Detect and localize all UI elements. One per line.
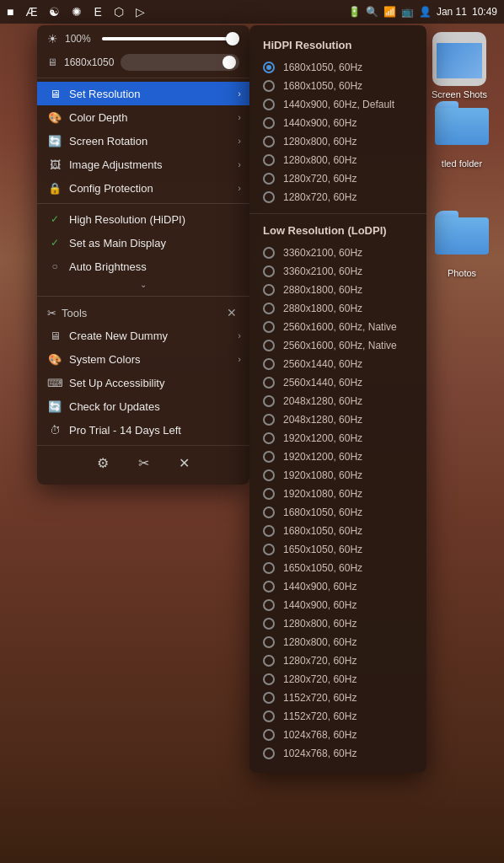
- lodpi-option-25[interactable]: 1152x720, 60Hz: [249, 707, 426, 726]
- lodpi-option-label-3: 2880x1800, 60Hz: [283, 303, 362, 314]
- menu-item-high-resolution[interactable]: ✓ High Resolution (HiDPI): [37, 207, 249, 231]
- titled-folder-label: tled folder: [442, 158, 482, 169]
- lodpi-option-label-18: 1440x900, 60Hz: [283, 581, 357, 592]
- asterisk-icon[interactable]: ✺: [72, 5, 82, 19]
- hidpi-option-3[interactable]: 1440x900, 60Hz: [249, 114, 426, 132]
- menu-item-screen-rotation[interactable]: 🔄 Screen Rotation ›: [37, 129, 249, 153]
- menu-item-config-protection[interactable]: 🔒 Config Protection ›: [37, 176, 249, 200]
- hidpi-option-label-5: 1280x800, 60Hz: [283, 154, 357, 166]
- hidpi-option-4[interactable]: 1280x800, 60Hz: [249, 132, 426, 151]
- hidpi-option-label-0: 1680x1050, 60Hz: [283, 62, 362, 73]
- menu-item-image-adjustments[interactable]: 🖼 Image Adjustments ›: [37, 153, 249, 176]
- hex-icon[interactable]: ⬡: [114, 5, 124, 19]
- ae-icon[interactable]: Æ: [25, 5, 37, 19]
- tools-scissors-icon: ✂: [47, 307, 56, 319]
- topbar-left: ■ Æ ☯ ✺ E ⬡ ▷: [7, 5, 145, 19]
- tools-title: Tools: [62, 307, 87, 319]
- lodpi-option-14[interactable]: 1680x1050, 60Hz: [249, 503, 426, 522]
- hidpi-radio-6: [263, 173, 275, 185]
- menu-item-set-resolution[interactable]: 🖥 Set Resolution ›: [37, 82, 249, 105]
- lodpi-option-17[interactable]: 1650x1050, 60Hz: [249, 559, 426, 577]
- circle-icon[interactable]: ☯: [49, 5, 60, 19]
- hidpi-option-0[interactable]: 1680x1050, 60Hz: [249, 58, 426, 77]
- apple-menu-icon[interactable]: ■: [7, 5, 13, 19]
- menu-item-main-display[interactable]: ✓ Set as Main Display: [37, 231, 249, 255]
- e-icon[interactable]: E: [94, 5, 101, 19]
- menu-item-system-colors[interactable]: 🎨 System Colors ›: [37, 347, 249, 371]
- lodpi-option-11[interactable]: 1920x1200, 60Hz: [249, 448, 426, 466]
- lodpi-option-0[interactable]: 3360x2100, 60Hz: [249, 244, 426, 262]
- tools-close-button[interactable]: ✕: [224, 305, 239, 320]
- close-toolbar-button[interactable]: ✕: [174, 453, 194, 473]
- lodpi-radio-2: [263, 284, 275, 296]
- topbar-right: 🔋 🔍 📶 📺 👤 Jan 11 10:49: [348, 6, 497, 18]
- lodpi-option-4[interactable]: 2560x1600, 60Hz, Native: [249, 318, 426, 336]
- hidpi-option-7[interactable]: 1280x720, 60Hz: [249, 188, 426, 206]
- hidpi-option-1[interactable]: 1680x1050, 60Hz: [249, 77, 426, 95]
- desktop-icon-photos[interactable]: Photos: [435, 211, 489, 278]
- topbar-search[interactable]: 🔍: [366, 6, 378, 18]
- menu-item-auto-brightness[interactable]: ○ Auto Brightness: [37, 255, 249, 278]
- lodpi-option-18[interactable]: 1440x900, 60Hz: [249, 577, 426, 596]
- hidpi-option-2[interactable]: 1440x900, 60Hz, Default: [249, 95, 426, 114]
- lodpi-option-21[interactable]: 1280x800, 60Hz: [249, 633, 426, 651]
- hidpi-option-label-3: 1440x900, 60Hz: [283, 117, 357, 129]
- set-resolution-label: Set Resolution: [69, 88, 141, 100]
- lodpi-radio-23: [263, 673, 275, 685]
- lodpi-option-24[interactable]: 1152x720, 60Hz: [249, 689, 426, 707]
- lodpi-radio-6: [263, 358, 275, 370]
- lodpi-radio-16: [263, 544, 275, 555]
- lodpi-option-27[interactable]: 1024x768, 60Hz: [249, 744, 426, 763]
- brightness-slider-thumb[interactable]: [226, 32, 239, 46]
- desktop-icon-titled-folder[interactable]: tled folder: [435, 101, 489, 169]
- lodpi-option-5[interactable]: 2560x1600, 60Hz, Native: [249, 336, 426, 355]
- play-icon[interactable]: ▷: [136, 5, 145, 19]
- lodpi-option-label-1: 3360x2100, 60Hz: [283, 265, 362, 277]
- menu-item-pro-trial[interactable]: ⏱ Pro Trial - 14 Days Left: [37, 418, 249, 442]
- menu-item-create-dummy[interactable]: 🖥 Create New Dummy ›: [37, 324, 249, 347]
- settings-toolbar-button[interactable]: ⚙: [93, 453, 113, 473]
- monitor-icon: 🖥: [47, 56, 57, 68]
- resolution-toggle-track[interactable]: [121, 54, 239, 71]
- menu-item-check-updates[interactable]: 🔄 Check for Updates: [37, 394, 249, 418]
- set-resolution-chevron: ›: [238, 88, 241, 99]
- menu-item-color-depth[interactable]: 🎨 Color Depth ›: [37, 105, 249, 129]
- lodpi-option-15[interactable]: 1680x1050, 60Hz: [249, 522, 426, 540]
- lodpi-option-8[interactable]: 2048x1280, 60Hz: [249, 392, 426, 410]
- lodpi-option-3[interactable]: 2880x1800, 60Hz: [249, 299, 426, 318]
- lodpi-option-9[interactable]: 2048x1280, 60Hz: [249, 410, 426, 429]
- lodpi-option-12[interactable]: 1920x1080, 60Hz: [249, 466, 426, 485]
- lodpi-option-19[interactable]: 1440x900, 60Hz: [249, 596, 426, 614]
- hidpi-radio-0: [263, 62, 275, 73]
- lodpi-option-label-19: 1440x900, 60Hz: [283, 599, 357, 611]
- topbar-cast[interactable]: 📺: [401, 6, 414, 18]
- pro-trial-label: Pro Trial - 14 Days Left: [69, 424, 181, 437]
- hidpi-radio-4: [263, 136, 275, 147]
- lodpi-option-7[interactable]: 2560x1440, 60Hz: [249, 373, 426, 392]
- lodpi-option-23[interactable]: 1280x720, 60Hz: [249, 670, 426, 689]
- hidpi-option-label-4: 1280x800, 60Hz: [283, 136, 357, 147]
- lodpi-option-16[interactable]: 1650x1050, 60Hz: [249, 540, 426, 559]
- lodpi-radio-26: [263, 729, 275, 741]
- lodpi-option-1[interactable]: 3360x2100, 60Hz: [249, 262, 426, 281]
- lodpi-option-13[interactable]: 1920x1080, 60Hz: [249, 485, 426, 503]
- tools-toolbar-button[interactable]: ✂: [133, 453, 153, 473]
- hidpi-option-label-7: 1280x720, 60Hz: [283, 191, 357, 203]
- hidpi-option-6[interactable]: 1280x720, 60Hz: [249, 169, 426, 188]
- brightness-value: 100%: [65, 33, 95, 45]
- lodpi-option-22[interactable]: 1280x720, 60Hz: [249, 651, 426, 670]
- hidpi-option-5[interactable]: 1280x800, 60Hz: [249, 151, 426, 169]
- lodpi-option-2[interactable]: 2880x1800, 60Hz: [249, 281, 426, 299]
- lodpi-option-20[interactable]: 1280x800, 60Hz: [249, 614, 426, 633]
- hidpi-radio-3: [263, 117, 275, 129]
- lodpi-option-label-16: 1650x1050, 60Hz: [283, 544, 362, 555]
- brightness-slider-track[interactable]: [102, 37, 239, 40]
- menu-item-accessibility[interactable]: ⌨ Set Up Accessibility: [37, 371, 249, 394]
- collapse-arrow[interactable]: ⌄: [37, 278, 249, 292]
- lodpi-option-10[interactable]: 1920x1200, 60Hz: [249, 429, 426, 448]
- lodpi-option-6[interactable]: 2560x1440, 60Hz: [249, 355, 426, 373]
- desktop-icon-screenshots[interactable]: Screen Shots: [432, 32, 487, 99]
- lodpi-option-label-23: 1280x720, 60Hz: [283, 673, 357, 685]
- topbar-user[interactable]: 👤: [419, 6, 432, 18]
- lodpi-option-26[interactable]: 1024x768, 60Hz: [249, 726, 426, 744]
